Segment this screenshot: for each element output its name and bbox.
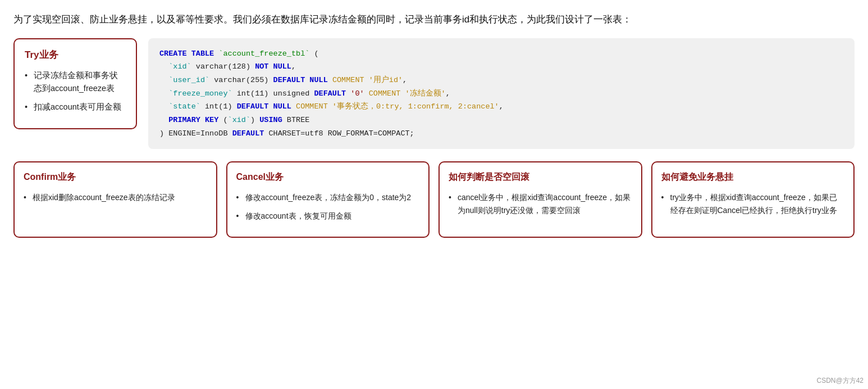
try-card: Try业务 记录冻结金额和事务状态到account_freeze表 扣减acco… bbox=[13, 38, 137, 130]
rollback-card: 如何判断是否空回滚 cancel业务中，根据xid查询account_freez… bbox=[438, 161, 642, 238]
bottom-cards: Confirm业务 根据xid删除account_freeze表的冻结记录 Ca… bbox=[13, 161, 855, 238]
code-line-5: `state` int(1) DEFAULT NULL COMMENT '事务状… bbox=[159, 100, 843, 114]
watermark: CSDN@方方42 bbox=[816, 376, 864, 386]
confirm-card-list: 根据xid删除account_freeze表的冻结记录 bbox=[24, 191, 207, 203]
confirm-card: Confirm业务 根据xid删除account_freeze表的冻结记录 bbox=[13, 161, 217, 238]
code-line-4: `freeze_money` int(11) unsigned DEFAULT … bbox=[159, 87, 843, 101]
code-line-7: ) ENGINE=InnoDB DEFAULT CHARSET=utf8 ROW… bbox=[159, 127, 843, 141]
hang-card: 如何避免业务悬挂 try业务中，根据xid查询account_freeze，如果… bbox=[651, 161, 855, 238]
hang-card-list: try业务中，根据xid查询account_freeze，如果已经存在则证明Ca… bbox=[661, 191, 845, 216]
rollback-card-title: 如何判断是否空回滚 bbox=[449, 171, 632, 183]
cancel-item-2: 修改account表，恢复可用金额 bbox=[236, 210, 420, 222]
code-line-6: PRIMARY KEY (`xid`) USING BTREE bbox=[159, 114, 843, 127]
intro-text: 为了实现空回滚、防止业务悬挂，以及幂等性要求。我们必须在数据库记录冻结金额的同时… bbox=[13, 11, 855, 28]
cancel-card-title: Cancel业务 bbox=[236, 171, 420, 183]
code-line-1: CREATE TABLE `account_freeze_tbl` ( bbox=[159, 47, 843, 61]
rollback-card-list: cancel业务中，根据xid查询account_freeze，如果为null则… bbox=[449, 191, 632, 216]
confirm-card-title: Confirm业务 bbox=[24, 171, 207, 183]
code-line-3: `user_id` varchar(255) DEFAULT NULL COMM… bbox=[159, 74, 843, 87]
try-item-2: 扣减account表可用金额 bbox=[25, 101, 126, 114]
confirm-item-1: 根据xid删除account_freeze表的冻结记录 bbox=[24, 191, 207, 203]
hang-card-title: 如何避免业务悬挂 bbox=[661, 171, 845, 183]
cancel-item-1: 修改account_freeze表，冻结金额为0，state为2 bbox=[236, 191, 420, 203]
try-item-1: 记录冻结金额和事务状态到account_freeze表 bbox=[25, 69, 126, 95]
hang-item-1: try业务中，根据xid查询account_freeze，如果已经存在则证明Ca… bbox=[661, 191, 845, 216]
code-line-2: `xid` varchar(128) NOT NULL, bbox=[159, 60, 843, 74]
cancel-card: Cancel业务 修改account_freeze表，冻结金额为0，state为… bbox=[226, 161, 430, 238]
top-section: Try业务 记录冻结金额和事务状态到account_freeze表 扣减acco… bbox=[13, 38, 855, 149]
cancel-card-list: 修改account_freeze表，冻结金额为0，state为2 修改accou… bbox=[236, 191, 420, 222]
try-card-list: 记录冻结金额和事务状态到account_freeze表 扣减account表可用… bbox=[25, 69, 126, 114]
try-card-title: Try业务 bbox=[25, 48, 126, 61]
code-block: CREATE TABLE `account_freeze_tbl` ( `xid… bbox=[148, 38, 855, 149]
rollback-item-1: cancel业务中，根据xid查询account_freeze，如果为null则… bbox=[449, 191, 632, 216]
